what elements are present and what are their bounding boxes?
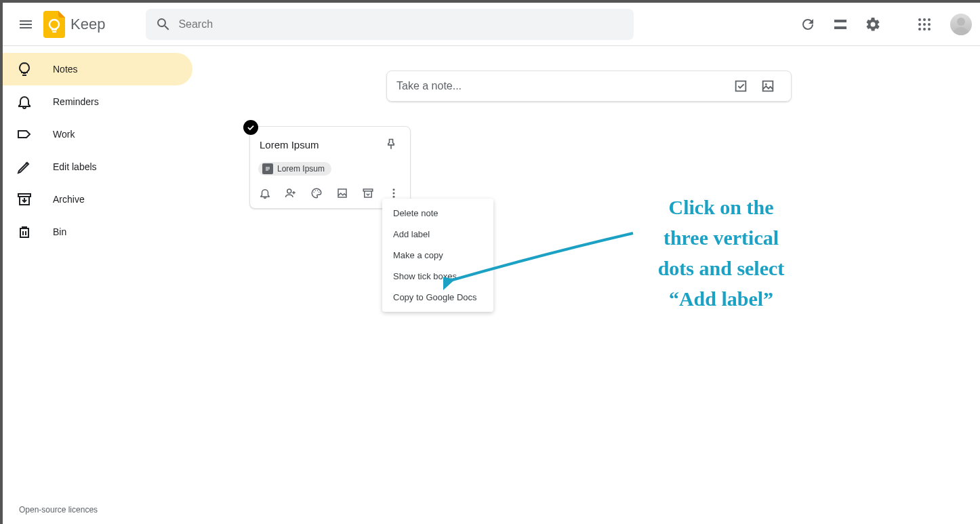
menu-make-copy[interactable]: Make a copy [382, 245, 493, 266]
sidebar-item-label: Notes [53, 64, 78, 75]
open-source-licences-link[interactable]: Open-source licences [19, 505, 98, 515]
svg-point-18 [317, 190, 319, 192]
svg-rect-1 [52, 28, 57, 31]
sidebar-item-bin[interactable]: Bin [3, 216, 192, 248]
select-note-badge[interactable] [243, 120, 258, 135]
svg-point-10 [923, 28, 926, 31]
sidebar-item-label: Archive [53, 194, 85, 205]
image-icon [336, 187, 348, 199]
sidebar: Notes Reminders Work Edit labels Archive… [3, 46, 192, 524]
pin-button[interactable] [380, 134, 402, 155]
svg-point-16 [314, 192, 315, 193]
menu-show-tick-boxes[interactable]: Show tick boxes [382, 266, 493, 287]
avatar-icon [950, 14, 972, 35]
take-note-bar[interactable]: Take a note... [386, 70, 792, 102]
gear-icon [865, 16, 881, 33]
svg-point-22 [393, 196, 395, 198]
bell-icon [259, 187, 271, 199]
app-logo[interactable]: Keep [43, 11, 105, 38]
pin-icon [384, 138, 398, 151]
new-image-note-button[interactable] [754, 73, 781, 100]
search-icon [155, 16, 171, 33]
sidebar-item-notes[interactable]: Notes [3, 53, 192, 85]
note-label-chip[interactable]: Lorem Ipsum [258, 162, 331, 176]
sidebar-item-archive[interactable]: Archive [3, 183, 192, 216]
main-menu-button[interactable] [11, 9, 41, 39]
palette-icon [310, 187, 323, 199]
app-name: Keep [70, 16, 105, 33]
remind-me-button[interactable] [254, 182, 276, 204]
svg-point-5 [928, 18, 931, 21]
svg-point-13 [765, 83, 767, 85]
checkbox-icon [733, 79, 748, 94]
svg-rect-2 [52, 31, 56, 33]
take-note-placeholder: Take a note... [396, 80, 727, 92]
annotation-text: Click on the three vertical dots and sel… [619, 192, 823, 314]
svg-point-6 [918, 23, 921, 26]
bell-icon [16, 94, 33, 110]
trash-icon [16, 224, 33, 240]
menu-add-label[interactable]: Add label [382, 224, 493, 245]
main-area: Take a note... Lorem Ipsum Lorem Ipsum [192, 46, 980, 524]
svg-point-7 [923, 23, 926, 26]
refresh-button[interactable] [793, 9, 823, 39]
label-icon [16, 126, 33, 142]
add-image-button[interactable] [331, 182, 353, 204]
sidebar-item-reminders[interactable]: Reminders [3, 85, 192, 118]
account-avatar[interactable] [950, 14, 972, 35]
header: Keep [3, 3, 980, 46]
more-vertical-icon [388, 187, 400, 199]
new-list-button[interactable] [727, 73, 754, 100]
check-icon [246, 123, 256, 132]
archive-icon [362, 187, 374, 199]
sidebar-item-label: Bin [53, 226, 66, 237]
menu-delete-note[interactable]: Delete note [382, 203, 493, 224]
refresh-icon [800, 16, 816, 33]
collaborator-button[interactable] [280, 182, 302, 204]
svg-point-19 [319, 192, 320, 193]
sidebar-item-label: Work [53, 129, 75, 140]
sidebar-item-label: Reminders [53, 96, 99, 107]
search-input[interactable] [178, 18, 628, 31]
svg-point-4 [923, 18, 926, 21]
keep-logo-icon [43, 11, 65, 38]
note-card[interactable]: Lorem Ipsum Lorem Ipsum [249, 126, 411, 209]
archive-button[interactable] [357, 182, 379, 204]
sidebar-item-label: Edit labels [53, 161, 97, 172]
svg-point-17 [315, 190, 317, 192]
image-icon [760, 79, 775, 94]
search-bar[interactable] [146, 9, 634, 40]
svg-point-8 [928, 23, 931, 26]
svg-point-3 [918, 18, 921, 21]
sidebar-item-work[interactable]: Work [3, 118, 192, 150]
svg-point-12 [957, 18, 965, 26]
list-view-icon [832, 16, 849, 33]
note-title: Lorem Ipsum [260, 139, 380, 150]
menu-copy-to-docs[interactable]: Copy to Google Docs [382, 287, 493, 308]
archive-icon [16, 191, 33, 207]
svg-point-11 [928, 28, 931, 31]
settings-button[interactable] [858, 9, 888, 39]
header-actions [793, 9, 975, 39]
note-label-text: Lorem Ipsum [277, 164, 325, 174]
google-apps-button[interactable] [910, 9, 939, 39]
pencil-icon [16, 159, 33, 175]
hamburger-icon [18, 16, 34, 33]
svg-point-15 [287, 189, 291, 193]
list-view-button[interactable] [825, 9, 855, 39]
lightbulb-icon [16, 61, 33, 77]
svg-point-20 [393, 188, 395, 190]
apps-grid-icon [918, 18, 931, 31]
note-more-menu: Delete note Add label Make a copy Show t… [382, 199, 493, 312]
svg-point-21 [393, 193, 395, 195]
person-add-icon [285, 187, 297, 199]
color-button[interactable] [306, 182, 327, 204]
svg-point-9 [918, 28, 921, 31]
sidebar-item-edit-labels[interactable]: Edit labels [3, 150, 192, 183]
note-icon [262, 163, 273, 174]
